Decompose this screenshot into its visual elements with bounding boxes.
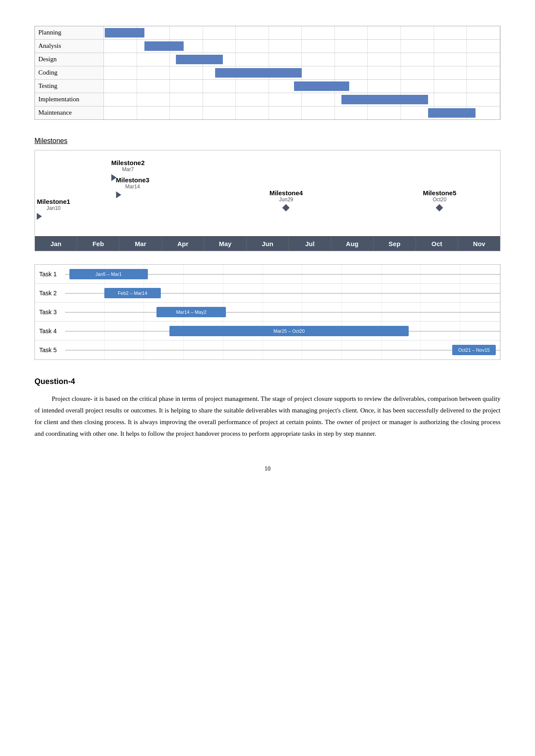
gantt-row-label: Implementation [35,93,104,106]
task-bar-wrap: Oct21 – Nov15 [452,345,496,355]
task-bar-wrap: Mar14 – May2 [156,307,226,317]
milestone-diamond-icon [436,204,443,212]
milestone-top-area: Milestone1Jan10Milestone2Mar7Milestone3M… [35,150,500,237]
task-timeline: Mar25 – Oct20 [65,322,500,340]
milestone-month-label: Oct [416,237,458,251]
gantt-row-bars [104,80,500,93]
question4-body: Project closure- it is based on the crit… [34,393,501,440]
milestone-label: Milestone2 [111,159,145,166]
task-row: Task 2Feb2 – Mar14 [35,284,500,303]
milestone-marker-ms4: Milestone4Jun29 [269,189,303,211]
task-bar-inner: Jan5 – Mar1 [69,269,148,279]
milestone-date: Jun29 [269,197,303,203]
gantt-row-bars [104,26,500,39]
task-label: Task 5 [35,347,65,353]
gantt-row-label: Planning [35,26,104,39]
gantt-row-bars [104,106,500,119]
milestone-chart: Milestone1Jan10Milestone2Mar7Milestone3M… [34,150,501,251]
milestone-diamond-icon [282,204,290,212]
milestone-month-label: Jul [289,237,331,251]
milestone-arrow-icon [37,213,70,220]
gantt-chart: PlanningAnalysisDesignCodingTestingImple… [34,26,501,120]
milestone-month-label: Sep [374,237,416,251]
milestone-month-label: Aug [331,237,373,251]
milestone-month-label: Nov [458,237,500,251]
milestone-label: Milestone3 [116,176,150,184]
question4-section: Question-4 Project closure- it is based … [34,377,501,440]
milestone-month-label: Jun [247,237,289,251]
milestone-arrow-icon [116,191,150,198]
task-row: Task 3Mar14 – May2 [35,303,500,322]
task-timeline: Feb2 – Mar14 [65,284,500,302]
task-timeline: Mar14 – May2 [65,303,500,321]
task-timeline: Jan5 – Mar1 [65,265,500,283]
gantt-row-label: Design [35,53,104,66]
gantt-row-label: Maintenance [35,106,104,119]
task-bar-inner: Mar14 – May2 [156,307,226,317]
task-bar-inner: Feb2 – Mar14 [104,288,161,298]
gantt-bar [176,55,223,64]
gantt-row: Testing [35,80,500,93]
task-line [65,350,500,350]
task-label: Task 1 [35,271,65,278]
task-label: Task 4 [35,328,65,334]
gantt-row-label: Testing [35,80,104,93]
gantt-row-label: Analysis [35,40,104,53]
task-line [65,312,500,312]
gantt-bar [144,41,184,51]
milestones-section: Milestones Milestone1Jan10Milestone2Mar7… [34,137,501,251]
gantt-row-bars [104,53,500,66]
task-row: Task 1Jan5 – Mar1 [35,265,500,284]
gantt-row-bars [104,40,500,53]
task-label: Task 2 [35,290,65,297]
task-row: Task 5Oct21 – Nov15 [35,341,500,359]
gantt-row-bars [104,66,500,79]
milestones-title: Milestones [34,137,501,145]
gantt-row: Coding [35,66,500,80]
task-timeline: Oct21 – Nov15 [65,341,500,359]
task-section: Task 1Jan5 – Mar1Task 2Feb2 – Mar14Task … [34,264,501,360]
task-label: Task 3 [35,309,65,316]
gantt-row: Implementation [35,93,500,106]
milestone-months-row: JanFebMarAprMayJunJulAugSepOctNov [35,237,500,251]
task-row: Task 4Mar25 – Oct20 [35,322,500,341]
milestone-date: Oct20 [423,197,457,203]
gantt-bar [428,108,476,118]
milestone-date: Mar7 [111,166,145,172]
gantt-bar [294,81,349,91]
gantt-bar [105,28,144,37]
milestone-month-label: Apr [162,237,204,251]
gantt-row: Design [35,53,500,66]
milestone-month-label: Jan [35,237,77,251]
milestone-marker-ms1: Milestone1Jan10 [37,198,70,220]
gantt-row-bars [104,93,500,106]
question4-title: Question-4 [34,377,501,386]
gantt-row-label: Coding [35,66,104,79]
task-bar-inner: Mar25 – Oct20 [169,326,409,336]
milestone-month-label: Feb [77,237,119,251]
task-bar-inner: Oct21 – Nov15 [452,345,496,355]
gantt-row: Maintenance [35,106,500,119]
milestone-date: Jan10 [37,205,70,211]
page-number: 10 [34,465,501,472]
milestone-label: Milestone1 [37,198,70,205]
milestone-marker-ms3: Milestone3Mar14 [116,176,150,198]
milestone-month-label: Mar [119,237,162,251]
task-bar-wrap: Jan5 – Mar1 [69,269,148,279]
gantt-bar [215,68,302,78]
gantt-table: PlanningAnalysisDesignCodingTestingImple… [34,26,501,120]
milestone-date: Mar14 [116,184,150,190]
task-bar-wrap: Mar25 – Oct20 [169,326,409,336]
task-bar-wrap: Feb2 – Mar14 [104,288,161,298]
milestone-label: Milestone5 [423,189,457,197]
milestone-marker-ms5: Milestone5Oct20 [423,189,457,211]
gantt-row: Analysis [35,40,500,53]
milestone-label: Milestone4 [269,189,303,197]
milestone-month-label: May [204,237,247,251]
gantt-bar [341,95,428,104]
gantt-row: Planning [35,26,500,40]
